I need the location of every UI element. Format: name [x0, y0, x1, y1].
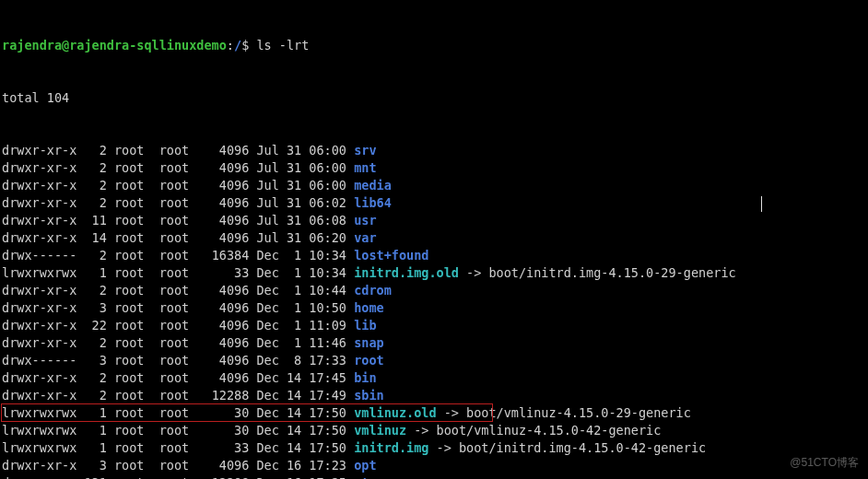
- file-row: lrwxrwxrwx 1 root root 33 Dec 14 17:50 i…: [2, 439, 866, 457]
- links: 22: [84, 318, 106, 333]
- owner: root: [114, 143, 152, 158]
- date: Dec 1 10:34: [256, 265, 346, 280]
- size: 30: [205, 405, 250, 420]
- filename: opt: [354, 458, 376, 473]
- text-cursor-icon: [761, 196, 762, 212]
- perm: lrwxrwxrwx: [2, 423, 76, 438]
- date: Dec 1 10:50: [256, 300, 346, 315]
- links: 2: [84, 370, 106, 385]
- perm: drwxr-xr-x: [2, 213, 76, 228]
- owner: root: [114, 423, 152, 438]
- terminal-output[interactable]: rajendra@rajendra-sqllinuxdemo:/$ ls -lr…: [0, 0, 868, 479]
- perm: drwx------: [2, 248, 76, 263]
- owner: root: [114, 213, 152, 228]
- size: 4096: [205, 300, 250, 315]
- group: root: [159, 143, 197, 158]
- perm: drwx------: [2, 353, 76, 368]
- command-text: ls -lrt: [256, 38, 309, 53]
- file-row: lrwxrwxrwx 1 root root 33 Dec 1 10:34 in…: [2, 264, 866, 282]
- total-line: total 104: [2, 89, 866, 107]
- links: 3: [84, 458, 106, 473]
- owner: root: [114, 353, 152, 368]
- date: Dec 14 17:50: [256, 423, 346, 438]
- file-row: drwxr-xr-x 2 root root 4096 Dec 1 10:44 …: [2, 282, 866, 299]
- filename: usr: [354, 213, 376, 228]
- perm: drwxr-xr-x: [2, 160, 76, 175]
- size: 4096: [205, 353, 250, 368]
- filename: srv: [354, 143, 376, 158]
- links: 2: [84, 195, 106, 210]
- filename: lost+found: [354, 248, 428, 263]
- owner: root: [114, 370, 152, 385]
- group: root: [159, 178, 197, 193]
- size: 12288: [205, 388, 250, 403]
- owner: root: [114, 195, 152, 210]
- file-row: drwxr-xr-x 2 root root 12288 Dec 14 17:4…: [2, 387, 866, 404]
- group: root: [159, 213, 197, 228]
- perm: lrwxrwxrwx: [2, 265, 76, 280]
- links: 2: [84, 143, 106, 158]
- date: Dec 1 11:09: [256, 318, 346, 333]
- perm: lrwxrwxrwx: [2, 440, 76, 455]
- group: root: [159, 353, 197, 368]
- filename: mnt: [354, 160, 376, 175]
- group: root: [159, 458, 197, 473]
- links: 2: [84, 388, 106, 403]
- links: 2: [84, 178, 106, 193]
- links: 11: [84, 213, 106, 228]
- links: 14: [84, 230, 106, 245]
- owner: root: [114, 283, 152, 298]
- link-target: -> boot/vmlinuz-4.15.0-42-generic: [406, 423, 661, 438]
- links: 1: [84, 423, 106, 438]
- owner: root: [114, 458, 152, 473]
- date: Dec 14 17:50: [256, 405, 346, 420]
- size: 4096: [205, 318, 250, 333]
- links: 3: [84, 353, 106, 368]
- link-target: -> boot/initrd.img-4.15.0-29-generic: [459, 265, 736, 280]
- group: root: [159, 423, 197, 438]
- file-row: drwx------ 3 root root 4096 Dec 8 17:33 …: [2, 352, 866, 369]
- group: root: [159, 248, 197, 263]
- prompt-user-host: rajendra@rajendra-sqllinuxdemo: [2, 38, 227, 53]
- perm: drwxr-xr-x: [2, 300, 76, 315]
- size: 33: [205, 265, 250, 280]
- perm: drwxr-xr-x: [2, 475, 76, 479]
- owner: root: [114, 405, 152, 420]
- prompt-line: rajendra@rajendra-sqllinuxdemo:/$ ls -lr…: [2, 37, 866, 54]
- file-row: lrwxrwxrwx 1 root root 30 Dec 14 17:50 v…: [2, 422, 866, 439]
- date: Dec 14 17:45: [256, 370, 346, 385]
- perm: drwxr-xr-x: [2, 388, 76, 403]
- owner: root: [114, 335, 152, 350]
- size: 4096: [205, 283, 250, 298]
- filename: etc: [354, 475, 376, 479]
- perm: drwxr-xr-x: [2, 230, 76, 245]
- owner: root: [114, 230, 152, 245]
- file-row: drwxr-xr-x 3 root root 4096 Dec 1 10:50 …: [2, 299, 866, 317]
- file-row: drwxr-xr-x 11 root root 4096 Jul 31 06:0…: [2, 212, 866, 229]
- perm: drwxr-xr-x: [2, 335, 76, 350]
- owner: root: [114, 388, 152, 403]
- links: 3: [84, 300, 106, 315]
- date: Dec 14 17:50: [256, 440, 346, 455]
- group: root: [159, 160, 197, 175]
- link-target: -> boot/vmlinuz-4.15.0-29-generic: [437, 405, 691, 420]
- owner: root: [114, 265, 152, 280]
- owner: root: [114, 318, 152, 333]
- size: 4096: [205, 335, 250, 350]
- date: Dec 14 17:49: [256, 388, 346, 403]
- filename: initrd.img.old: [354, 265, 459, 280]
- file-row: drwxr-xr-x 2 root root 4096 Jul 31 06:02…: [2, 194, 866, 212]
- size: 4096: [205, 370, 250, 385]
- group: root: [159, 265, 197, 280]
- perm: drwxr-xr-x: [2, 195, 76, 210]
- size: 33: [205, 440, 250, 455]
- group: root: [159, 440, 197, 455]
- file-row: drwxr-xr-x 2 root root 4096 Jul 31 06:00…: [2, 159, 866, 177]
- file-row: drwxr-xr-x 22 root root 4096 Dec 1 11:09…: [2, 317, 866, 334]
- perm: drwxr-xr-x: [2, 178, 76, 193]
- file-row: drwxr-xr-x 2 root root 4096 Jul 31 06:00…: [2, 177, 866, 194]
- filename: bin: [354, 370, 376, 385]
- file-row: drwxr-xr-x 14 root root 4096 Jul 31 06:2…: [2, 229, 866, 247]
- filename: cdrom: [354, 283, 392, 298]
- perm: drwxr-xr-x: [2, 370, 76, 385]
